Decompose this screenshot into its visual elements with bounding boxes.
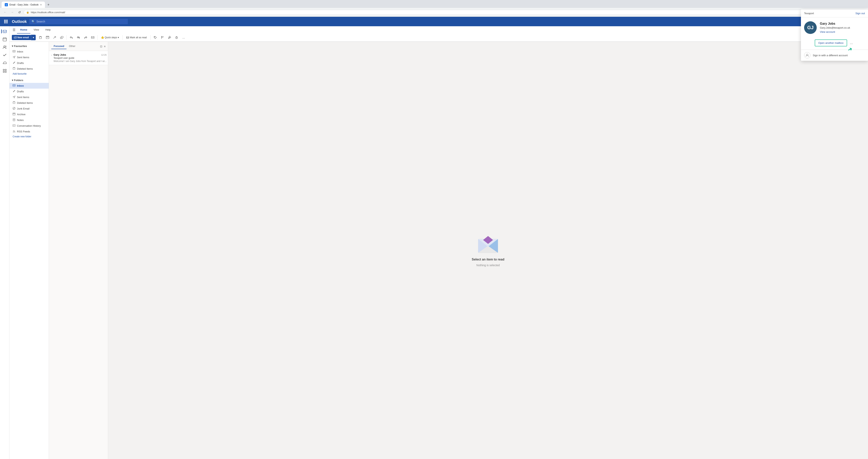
hamburger-menu[interactable]: ☰ [12, 28, 16, 32]
svg-rect-33 [5, 71, 6, 72]
folder-junk-email[interactable]: Junk Email [9, 106, 49, 112]
inbox-folder-icon [12, 84, 16, 87]
sidebar-item-tasks[interactable] [1, 52, 8, 59]
favourites-section-header[interactable]: ▾ Favourites [9, 43, 49, 49]
back-button[interactable]: ← [2, 9, 8, 15]
email-item[interactable]: › Gary Jobs 12:26 Texaport user guide We… [49, 51, 108, 65]
sent-folder-icon [12, 95, 16, 99]
svg-point-71 [13, 132, 13, 132]
quick-steps-button[interactable]: Quick steps ▾ [99, 35, 121, 40]
delete-ribbon-button[interactable] [37, 34, 43, 41]
folder-notes-label: Notes [17, 119, 24, 122]
sidebar-item-calendar[interactable] [1, 36, 8, 43]
sidebar-item-apps[interactable] [1, 67, 8, 74]
address-bar[interactable]: 🔒 https://outlook.office.com/mail/ [24, 10, 808, 15]
folder-rss-label: RSS Feeds [17, 130, 30, 133]
open-another-mailbox-button[interactable]: Open another mailbox [815, 39, 847, 47]
new-email-button[interactable]: New email [12, 35, 31, 40]
profile-dropdown-user: GJ Gary Jobs Gary.Jobs@texaport.co.uk Vi… [801, 18, 868, 38]
tab-close-button[interactable]: × [40, 3, 42, 6]
favourite-drafts[interactable]: Drafts [9, 60, 49, 66]
refresh-button[interactable]: ↺ [17, 9, 22, 15]
folders-collapse-icon: ▾ [12, 79, 13, 82]
email-tabs: Focused Other ⊡ ≡ [49, 42, 108, 51]
forward-ribbon-button[interactable] [83, 34, 89, 41]
email-sender: Gary Jobs [54, 53, 66, 56]
sidebar-item-mail[interactable] [1, 28, 8, 35]
folder-drafts[interactable]: Drafts [9, 89, 49, 94]
expand-thread-icon[interactable]: › [51, 54, 52, 56]
add-favourite-link[interactable]: Add favourite [9, 72, 49, 76]
more-ribbon-button[interactable]: … [181, 34, 187, 41]
folder-sent-label: Sent Items [17, 96, 29, 99]
inbox-fav-icon [12, 50, 16, 53]
forward-button[interactable]: → [9, 9, 15, 15]
focused-tab[interactable]: Focused [51, 43, 66, 49]
view-account-link[interactable]: View account [820, 30, 850, 33]
sidebar-item-people[interactable] [1, 43, 8, 51]
sign-out-button[interactable]: Sign out [856, 12, 865, 15]
email-time: 12:26 [101, 54, 107, 56]
rss-folder-icon [12, 130, 16, 133]
nav-bar: ← → ↺ 🔒 https://outlook.office.com/mail/… [0, 8, 868, 17]
waffle-menu-button[interactable] [2, 18, 9, 25]
svg-rect-37 [39, 37, 41, 39]
folder-sent-items[interactable]: Sent Items [9, 94, 49, 100]
reading-pane-nothing-selected: Nothing is selected [476, 264, 500, 267]
folders-section-header[interactable]: ▾ Folders [9, 78, 49, 83]
mark-all-read-button[interactable]: Mark all as read [124, 35, 149, 40]
email-tab-icons: ⊡ ≡ [100, 45, 105, 48]
flag-ribbon-button[interactable] [159, 34, 165, 41]
folder-notes[interactable]: Notes [9, 117, 49, 123]
folder-rss-feeds[interactable]: RSS Feeds [9, 129, 49, 134]
move-ribbon-button[interactable] [59, 34, 65, 41]
sidebar-item-onedrive[interactable] [1, 59, 8, 66]
folder-panel: ▾ Favourites Inbox Sent Items [9, 42, 49, 459]
archive-folder-icon [12, 113, 16, 116]
sign-in-different-account-button[interactable]: Sign in with a different account [801, 50, 868, 61]
tenant-name: Texaport [804, 12, 814, 15]
email-ribbon-button[interactable] [90, 34, 96, 41]
profile-avatar-large: GJ [804, 21, 817, 34]
menu-tab-help[interactable]: Help [42, 26, 54, 34]
folder-inbox[interactable]: Inbox [9, 83, 49, 89]
favourite-inbox[interactable]: Inbox [9, 49, 49, 55]
favourite-sent-items[interactable]: Sent Items [9, 55, 49, 60]
folder-deleted-label: Deleted Items [17, 101, 33, 104]
profile-more-options-button[interactable]: … [849, 40, 854, 46]
filter-icon[interactable]: ⊡ [100, 45, 102, 48]
pin-ribbon-button[interactable] [166, 34, 173, 41]
sweep-ribbon-button[interactable] [52, 34, 58, 41]
new-tab-button[interactable]: + [46, 2, 51, 7]
browser-chrome: O Email - Gary Jobs - Outlook × + ← → ↺ … [0, 0, 868, 17]
sort-icon[interactable]: ≡ [104, 45, 105, 48]
folder-conversation-history[interactable]: Conversation History [9, 123, 49, 129]
svg-rect-68 [13, 124, 15, 126]
deleted-folder-icon [12, 101, 16, 104]
search-bar[interactable]: 🔍 Search [29, 19, 128, 24]
conversation-folder-icon [12, 124, 16, 127]
reminder-ribbon-button[interactable] [174, 34, 180, 41]
svg-rect-9 [5, 23, 6, 23]
svg-rect-46 [126, 37, 129, 38]
sidebar-icon-panel [0, 26, 9, 459]
folder-deleted-items[interactable]: Deleted Items [9, 100, 49, 106]
active-tab[interactable]: O Email - Gary Jobs - Outlook × [2, 2, 45, 8]
create-new-folder-link[interactable]: Create new folder [9, 134, 49, 139]
favourites-collapse-icon: ▾ [12, 44, 13, 48]
favourite-deleted-items[interactable]: Deleted Items [9, 66, 49, 72]
folder-conversation-label: Conversation History [17, 124, 41, 127]
content-area: ▾ Favourites Inbox Sent Items [9, 42, 868, 459]
svg-rect-2 [4, 20, 5, 21]
tag-ribbon-button[interactable] [152, 34, 158, 41]
reply-ribbon-button[interactable] [68, 34, 74, 41]
menu-tab-home[interactable]: Home [17, 26, 30, 34]
new-email-dropdown-button[interactable]: ▾ [31, 35, 36, 40]
other-tab[interactable]: Other [66, 43, 78, 49]
folder-archive[interactable]: Archive [9, 112, 49, 117]
svg-rect-44 [61, 36, 63, 38]
menu-tab-view[interactable]: View [30, 26, 42, 34]
reply-all-ribbon-button[interactable] [75, 34, 82, 41]
archive-ribbon-button[interactable] [44, 34, 51, 41]
outlook-app: Outlook 🔍 Search [0, 17, 868, 459]
